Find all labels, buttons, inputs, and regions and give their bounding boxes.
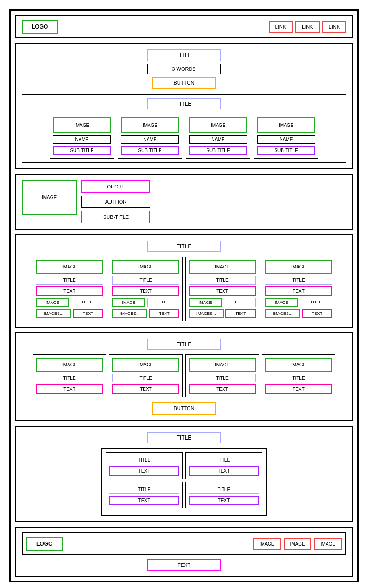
footer-image-3: IMAGE	[314, 538, 342, 550]
simple-card-1: IMAGE TITLE TEXT	[33, 354, 106, 397]
card3-footer-images: IMAGES...	[189, 309, 224, 318]
simple-card3-text: TEXT	[189, 384, 256, 394]
faq-grid: TITLE TEXT TITLE TEXT TITLE TEXT TITLE T…	[101, 448, 267, 516]
faq-item4-text: TEXT	[189, 496, 259, 505]
faq-item-4: TITLE TEXT	[185, 482, 262, 508]
simple-card1-title: TITLE	[36, 374, 103, 382]
card-3: IMAGE TITLE TEXT IMAGE TITLE IMAGES... T…	[185, 257, 259, 321]
footer-top: LOGO IMAGE IMAGE IMAGE	[22, 532, 346, 555]
hero-button[interactable]: BUTTON	[152, 77, 216, 89]
team-card-3: IMAGE NAME SUB-TITLE	[186, 114, 250, 159]
team-name-2: NAME	[121, 135, 179, 144]
nav-link-1[interactable]: LINK	[269, 21, 293, 33]
team-grid: IMAGE NAME SUB-TITLE IMAGE NAME SUB-TITL…	[26, 114, 342, 159]
team-title: TITLE	[147, 98, 221, 109]
card1-footer-text: TEXT	[73, 309, 103, 318]
team-image-1: IMAGE	[53, 117, 111, 133]
hero-subtitle: 3 WORDS	[147, 64, 221, 74]
team-image-4: IMAGE	[257, 117, 315, 133]
quote-sub: SUB-TITLE	[81, 211, 150, 223]
hero-section: TITLE 3 WORDS BUTTON TITLE IMAGE NAME SU…	[15, 43, 353, 169]
card2-footer-text: TEXT	[149, 309, 179, 318]
card4-footer-text: TEXT	[302, 309, 332, 318]
quote-layout: IMAGE QUOTE AUTHOR SUB-TITLE	[22, 180, 346, 223]
quote-content: QUOTE AUTHOR SUB-TITLE	[81, 180, 150, 223]
cards2-button[interactable]: BUTTON	[152, 402, 216, 415]
faq-item3-text: TEXT	[109, 496, 179, 505]
faq-item2-text: TEXT	[189, 466, 259, 476]
header-logo[interactable]: LOGO	[22, 20, 58, 34]
card3-title: TITLE	[189, 276, 256, 285]
quote-text: QUOTE	[81, 180, 150, 193]
simple-card-3: IMAGE TITLE TEXT	[185, 354, 259, 397]
card2-text: TEXT	[112, 286, 179, 296]
faq-row-2: TITLE TEXT TITLE TEXT	[106, 482, 262, 508]
nav-links: LINK LINK LINK	[269, 21, 346, 33]
card2-footer: IMAGE TITLE	[112, 298, 179, 307]
card4-footer2: IMAGES... TEXT	[265, 309, 332, 318]
card4-text: TEXT	[265, 286, 332, 296]
quote-image: IMAGE	[22, 180, 77, 215]
card2-image: IMAGE	[112, 260, 179, 274]
cards-section-2: TITLE IMAGE TITLE TEXT IMAGE TITLE TEXT …	[15, 332, 353, 421]
faq-item4-title: TITLE	[189, 485, 259, 494]
team-name-4: NAME	[257, 135, 315, 144]
cards1-grid: IMAGE TITLE TEXT IMAGE TITLE IMAGES... T…	[22, 257, 346, 321]
team-subtitle-3: SUB-TITLE	[189, 146, 247, 155]
team-image-2: IMAGE	[121, 117, 179, 133]
faq-row-1: TITLE TEXT TITLE TEXT	[106, 452, 262, 479]
card3-footer: IMAGE TITLE	[189, 298, 256, 307]
footer-image-1: IMAGE	[253, 538, 281, 550]
card-4: IMAGE TITLE TEXT IMAGE TITLE IMAGES... T…	[262, 257, 335, 321]
card1-image: IMAGE	[36, 260, 103, 274]
card1-footer-image: IMAGE	[36, 298, 69, 307]
card4-title: TITLE	[265, 276, 332, 285]
footer-images: IMAGE IMAGE IMAGE	[253, 538, 342, 550]
card-1: IMAGE TITLE TEXT IMAGE TITLE IMAGES... T…	[33, 257, 106, 321]
card4-footer-image: IMAGE	[265, 298, 298, 307]
cards2-title: TITLE	[147, 339, 221, 350]
team-image-3: IMAGE	[189, 117, 247, 133]
card4-footer-images: IMAGES...	[265, 309, 300, 318]
cards-section-1: TITLE IMAGE TITLE TEXT IMAGE TITLE IMAGE…	[15, 234, 353, 328]
faq-item1-text: TEXT	[109, 466, 179, 476]
card1-title: TITLE	[36, 276, 103, 285]
card2-footer2: IMAGES... TEXT	[112, 309, 179, 318]
quote-author: AUTHOR	[81, 196, 150, 208]
card3-footer-image: IMAGE	[189, 298, 222, 307]
team-name-3: NAME	[189, 135, 247, 144]
team-card-2: IMAGE NAME SUB-TITLE	[118, 114, 182, 159]
card4-footer: IMAGE TITLE	[265, 298, 332, 307]
team-subtitle-1: SUB-TITLE	[53, 146, 111, 155]
card4-footer-title: TITLE	[300, 298, 332, 307]
nav-link-3[interactable]: LINK	[322, 21, 346, 33]
team-name-1: NAME	[53, 135, 111, 144]
card-2: IMAGE TITLE TEXT IMAGE TITLE IMAGES... T…	[109, 257, 183, 321]
faq-section: TITLE TITLE TEXT TITLE TEXT TITLE TEXT T…	[15, 426, 353, 522]
footer-text: TEXT	[147, 559, 221, 571]
simple-card-4: IMAGE TITLE TEXT	[262, 354, 335, 397]
card3-image: IMAGE	[189, 260, 256, 274]
card1-text: TEXT	[36, 286, 103, 296]
simple-card3-image: IMAGE	[189, 358, 256, 372]
card2-footer-title: TITLE	[147, 298, 179, 307]
faq-item2-title: TITLE	[189, 456, 259, 464]
footer-logo: LOGO	[26, 537, 63, 551]
team-subtitle-2: SUB-TITLE	[121, 146, 179, 155]
quote-section: IMAGE QUOTE AUTHOR SUB-TITLE	[15, 174, 353, 230]
nav-link-2[interactable]: LINK	[295, 21, 319, 33]
faq-title: TITLE	[147, 432, 221, 443]
faq-item-3: TITLE TEXT	[106, 482, 183, 508]
card1-footer-title: TITLE	[71, 298, 103, 307]
footer: LOGO IMAGE IMAGE IMAGE TEXT	[15, 527, 353, 577]
simple-card-2: IMAGE TITLE TEXT	[109, 354, 183, 397]
cards2-grid: IMAGE TITLE TEXT IMAGE TITLE TEXT IMAGE …	[22, 354, 346, 397]
card3-footer-text: TEXT	[225, 309, 256, 318]
simple-card4-title: TITLE	[265, 374, 332, 382]
faq-item-2: TITLE TEXT	[185, 452, 262, 479]
cards1-title: TITLE	[147, 241, 221, 252]
hero-title: TITLE	[147, 49, 221, 61]
team-container: TITLE IMAGE NAME SUB-TITLE IMAGE NAME SU…	[22, 94, 346, 163]
faq-item3-title: TITLE	[109, 485, 179, 494]
simple-card4-text: TEXT	[265, 384, 332, 394]
